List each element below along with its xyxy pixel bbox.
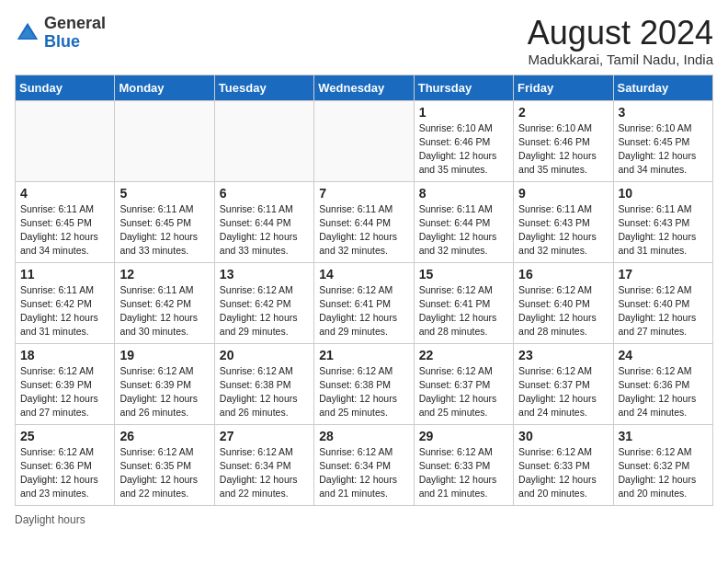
calendar-cell: 9Sunrise: 6:11 AM Sunset: 6:43 PM Daylig… (514, 181, 613, 262)
calendar-cell: 3Sunrise: 6:10 AM Sunset: 6:45 PM Daylig… (613, 100, 712, 181)
logo-icon (15, 20, 40, 46)
logo-blue: Blue (44, 33, 106, 52)
calendar-day-header: Saturday (613, 75, 712, 100)
calendar-cell: 10Sunrise: 6:11 AM Sunset: 6:43 PM Dayli… (613, 181, 712, 262)
day-number: 14 (319, 267, 408, 282)
calendar-cell: 21Sunrise: 6:12 AM Sunset: 6:38 PM Dayli… (314, 343, 414, 424)
title-block: August 2024 Madukkarai, Tamil Nadu, Indi… (528, 15, 713, 67)
calendar-day-header: Wednesday (314, 75, 414, 100)
calendar-day-header: Tuesday (214, 75, 313, 100)
calendar-cell: 26Sunrise: 6:12 AM Sunset: 6:35 PM Dayli… (115, 424, 214, 505)
calendar-week-row: 4Sunrise: 6:11 AM Sunset: 6:45 PM Daylig… (16, 181, 713, 262)
day-info: Sunrise: 6:12 AM Sunset: 6:36 PM Dayligh… (20, 445, 109, 501)
calendar-cell (115, 100, 214, 181)
day-number: 1 (419, 105, 508, 120)
calendar-cell: 20Sunrise: 6:12 AM Sunset: 6:38 PM Dayli… (214, 343, 313, 424)
calendar-week-row: 25Sunrise: 6:12 AM Sunset: 6:36 PM Dayli… (16, 424, 713, 505)
day-number: 9 (518, 186, 608, 201)
calendar-cell: 24Sunrise: 6:12 AM Sunset: 6:36 PM Dayli… (613, 343, 712, 424)
day-number: 29 (419, 429, 508, 443)
day-number: 15 (419, 267, 508, 282)
day-info: Sunrise: 6:12 AM Sunset: 6:39 PM Dayligh… (20, 364, 109, 420)
calendar-week-row: 18Sunrise: 6:12 AM Sunset: 6:39 PM Dayli… (16, 343, 713, 424)
day-number: 4 (20, 186, 109, 201)
calendar-cell: 19Sunrise: 6:12 AM Sunset: 6:39 PM Dayli… (115, 343, 214, 424)
day-number: 22 (419, 348, 508, 362)
day-info: Sunrise: 6:12 AM Sunset: 6:38 PM Dayligh… (319, 364, 408, 420)
day-number: 11 (20, 267, 109, 282)
logo-text: General Blue (44, 15, 106, 52)
day-number: 20 (220, 348, 309, 362)
day-number: 10 (619, 186, 708, 201)
calendar-cell: 6Sunrise: 6:11 AM Sunset: 6:44 PM Daylig… (214, 181, 313, 262)
day-info: Sunrise: 6:12 AM Sunset: 6:34 PM Dayligh… (319, 445, 408, 501)
day-info: Sunrise: 6:12 AM Sunset: 6:33 PM Dayligh… (518, 445, 608, 501)
day-number: 6 (220, 186, 309, 201)
day-info: Sunrise: 6:11 AM Sunset: 6:42 PM Dayligh… (119, 283, 209, 339)
calendar-cell: 14Sunrise: 6:12 AM Sunset: 6:41 PM Dayli… (314, 262, 414, 343)
day-number: 16 (518, 267, 608, 282)
calendar-cell (16, 100, 115, 181)
day-number: 26 (119, 429, 209, 443)
day-number: 24 (619, 348, 708, 362)
day-info: Sunrise: 6:11 AM Sunset: 6:42 PM Dayligh… (20, 283, 109, 339)
calendar-day-header: Friday (514, 75, 613, 100)
calendar-cell: 23Sunrise: 6:12 AM Sunset: 6:37 PM Dayli… (514, 343, 613, 424)
calendar-cell: 7Sunrise: 6:11 AM Sunset: 6:44 PM Daylig… (314, 181, 414, 262)
logo: General Blue (15, 15, 106, 52)
day-number: 13 (220, 267, 309, 282)
calendar-cell: 5Sunrise: 6:11 AM Sunset: 6:45 PM Daylig… (115, 181, 214, 262)
day-number: 2 (518, 105, 608, 120)
day-number: 21 (319, 348, 408, 362)
day-info: Sunrise: 6:12 AM Sunset: 6:41 PM Dayligh… (419, 283, 508, 339)
day-info: Sunrise: 6:11 AM Sunset: 6:44 PM Dayligh… (220, 202, 309, 259)
day-number: 30 (518, 429, 608, 443)
calendar-day-header: Thursday (414, 75, 513, 100)
day-number: 12 (119, 267, 209, 282)
footer-label: Daylight hours (15, 513, 85, 526)
calendar-cell (314, 100, 414, 181)
calendar-cell: 4Sunrise: 6:11 AM Sunset: 6:45 PM Daylig… (16, 181, 115, 262)
calendar-cell: 27Sunrise: 6:12 AM Sunset: 6:34 PM Dayli… (214, 424, 313, 505)
day-number: 18 (20, 348, 109, 362)
footer: Daylight hours (15, 513, 713, 526)
day-number: 3 (619, 105, 708, 120)
day-info: Sunrise: 6:11 AM Sunset: 6:44 PM Dayligh… (319, 202, 408, 259)
calendar-cell: 18Sunrise: 6:12 AM Sunset: 6:39 PM Dayli… (16, 343, 115, 424)
day-number: 19 (119, 348, 209, 362)
day-info: Sunrise: 6:10 AM Sunset: 6:46 PM Dayligh… (419, 121, 508, 178)
calendar-week-row: 1Sunrise: 6:10 AM Sunset: 6:46 PM Daylig… (16, 100, 713, 181)
calendar-cell: 13Sunrise: 6:12 AM Sunset: 6:42 PM Dayli… (214, 262, 313, 343)
day-number: 31 (619, 429, 708, 443)
calendar-cell: 16Sunrise: 6:12 AM Sunset: 6:40 PM Dayli… (514, 262, 613, 343)
day-info: Sunrise: 6:12 AM Sunset: 6:34 PM Dayligh… (220, 445, 309, 501)
day-info: Sunrise: 6:12 AM Sunset: 6:37 PM Dayligh… (419, 364, 508, 420)
day-info: Sunrise: 6:12 AM Sunset: 6:36 PM Dayligh… (619, 364, 708, 420)
calendar-day-header: Monday (115, 75, 214, 100)
day-info: Sunrise: 6:12 AM Sunset: 6:35 PM Dayligh… (119, 445, 209, 501)
day-number: 5 (119, 186, 209, 201)
calendar-cell: 25Sunrise: 6:12 AM Sunset: 6:36 PM Dayli… (16, 424, 115, 505)
day-info: Sunrise: 6:12 AM Sunset: 6:40 PM Dayligh… (518, 283, 608, 339)
day-info: Sunrise: 6:11 AM Sunset: 6:45 PM Dayligh… (20, 202, 109, 259)
day-number: 27 (220, 429, 309, 443)
calendar-cell: 11Sunrise: 6:11 AM Sunset: 6:42 PM Dayli… (16, 262, 115, 343)
day-info: Sunrise: 6:12 AM Sunset: 6:42 PM Dayligh… (220, 283, 309, 339)
day-info: Sunrise: 6:12 AM Sunset: 6:33 PM Dayligh… (419, 445, 508, 501)
calendar-week-row: 11Sunrise: 6:11 AM Sunset: 6:42 PM Dayli… (16, 262, 713, 343)
calendar-cell: 15Sunrise: 6:12 AM Sunset: 6:41 PM Dayli… (414, 262, 513, 343)
calendar-header-row: SundayMondayTuesdayWednesdayThursdayFrid… (16, 75, 713, 100)
calendar-cell: 30Sunrise: 6:12 AM Sunset: 6:33 PM Dayli… (514, 424, 613, 505)
logo-general: General (44, 15, 106, 33)
calendar-cell: 2Sunrise: 6:10 AM Sunset: 6:46 PM Daylig… (514, 100, 613, 181)
day-info: Sunrise: 6:12 AM Sunset: 6:39 PM Dayligh… (119, 364, 209, 420)
calendar-cell: 12Sunrise: 6:11 AM Sunset: 6:42 PM Dayli… (115, 262, 214, 343)
day-number: 7 (319, 186, 408, 201)
day-number: 23 (518, 348, 608, 362)
day-number: 8 (419, 186, 508, 201)
calendar-table: SundayMondayTuesdayWednesdayThursdayFrid… (15, 75, 713, 506)
calendar-cell: 17Sunrise: 6:12 AM Sunset: 6:40 PM Dayli… (613, 262, 712, 343)
calendar-cell: 1Sunrise: 6:10 AM Sunset: 6:46 PM Daylig… (414, 100, 513, 181)
calendar-cell: 29Sunrise: 6:12 AM Sunset: 6:33 PM Dayli… (414, 424, 513, 505)
location: Madukkarai, Tamil Nadu, India (528, 52, 713, 67)
